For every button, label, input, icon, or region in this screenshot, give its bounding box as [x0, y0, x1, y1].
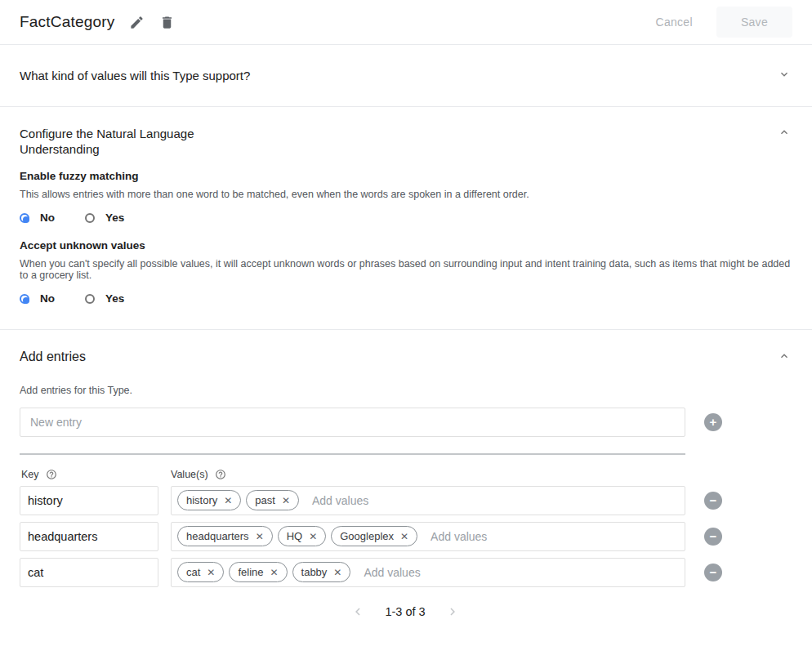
- page-title: FactCategory: [20, 13, 114, 31]
- minus-icon: −: [710, 492, 717, 509]
- entry-row: cat✕feline✕tabby✕ Add values −: [20, 558, 791, 587]
- chevron-down-icon[interactable]: [778, 68, 791, 84]
- page-range-label: 1-3 of 3: [385, 605, 425, 618]
- chip-list: headquarters✕HQ✕Googleplex✕: [177, 526, 422, 546]
- delete-icon[interactable]: [159, 15, 175, 30]
- help-icon[interactable]: [215, 469, 226, 480]
- chip-remove-icon[interactable]: ✕: [207, 568, 215, 577]
- chevron-up-icon[interactable]: [778, 126, 791, 142]
- value-chip[interactable]: past✕: [246, 490, 299, 510]
- edit-icon[interactable]: [129, 15, 145, 30]
- fuzzy-radio-yes[interactable]: Yes: [85, 212, 124, 224]
- fuzzy-matching-label: Enable fuzzy matching: [20, 170, 791, 182]
- entry-key-input[interactable]: [20, 558, 158, 587]
- chip-label: cat: [186, 566, 200, 578]
- header: FactCategory Cancel Save: [0, 0, 812, 45]
- new-entry-input[interactable]: [20, 408, 685, 437]
- next-page-button[interactable]: [442, 604, 463, 619]
- section-add-entries: Add entries Add entries for this Type. +…: [0, 330, 812, 623]
- save-button[interactable]: Save: [716, 7, 792, 38]
- entry-row: headquarters✕HQ✕Googleplex✕ Add values −: [20, 522, 791, 551]
- add-values-placeholder[interactable]: Add values: [312, 494, 368, 507]
- entry-rows: history✕past✕ Add values − headquarters✕…: [20, 486, 791, 587]
- entry-row: history✕past✕ Add values −: [20, 486, 791, 515]
- value-chip[interactable]: feline✕: [229, 562, 287, 582]
- entry-values-box[interactable]: history✕past✕ Add values: [171, 486, 685, 515]
- value-chip[interactable]: headquarters✕: [177, 526, 273, 546]
- unknown-values-label: Accept unknown values: [20, 239, 791, 252]
- cancel-button[interactable]: Cancel: [645, 9, 702, 35]
- minus-icon: −: [710, 528, 717, 545]
- fuzzy-radio-yes-label: Yes: [105, 212, 124, 224]
- chip-remove-icon[interactable]: ✕: [256, 532, 264, 541]
- chip-label: history: [186, 494, 217, 506]
- value-chip[interactable]: Googleplex✕: [331, 526, 417, 546]
- chip-remove-icon[interactable]: ✕: [333, 568, 341, 577]
- add-entries-title: Add entries: [20, 350, 86, 364]
- section-nlu: Configure the Natural Language Understan…: [0, 107, 812, 330]
- fuzzy-matching-description: This allows entries with more than one w…: [20, 189, 791, 201]
- chip-remove-icon[interactable]: ✕: [309, 532, 317, 541]
- radio-unselected-icon: [85, 294, 95, 304]
- section-nlu-title: Configure the Natural Language Understan…: [20, 126, 216, 157]
- chip-label: feline: [238, 566, 263, 578]
- section-values-support[interactable]: What kind of values will this Type suppo…: [0, 45, 812, 107]
- previous-page-button[interactable]: [347, 604, 368, 619]
- chip-remove-icon[interactable]: ✕: [400, 532, 408, 541]
- chip-list: cat✕feline✕tabby✕: [177, 562, 355, 582]
- remove-entry-button[interactable]: −: [704, 528, 722, 546]
- fuzzy-radio-no[interactable]: No: [20, 212, 55, 224]
- chip-label: HQ: [287, 530, 303, 542]
- unknown-radio-yes[interactable]: Yes: [85, 292, 124, 305]
- fuzzy-matching-radio-group: No Yes: [20, 210, 791, 226]
- chip-label: Googleplex: [340, 530, 394, 542]
- chevron-right-icon: [445, 604, 460, 619]
- fuzzy-radio-no-label: No: [40, 212, 55, 224]
- entry-values-box[interactable]: headquarters✕HQ✕Googleplex✕ Add values: [171, 522, 685, 551]
- plus-icon: +: [710, 414, 717, 430]
- chip-label: tabby: [301, 566, 328, 578]
- remove-entry-button[interactable]: −: [704, 564, 722, 581]
- add-entry-button[interactable]: +: [704, 413, 722, 431]
- radio-selected-icon: [20, 294, 29, 304]
- unknown-values-radio-group: No Yes: [20, 291, 791, 307]
- pagination: 1-3 of 3: [20, 600, 791, 623]
- chip-remove-icon[interactable]: ✕: [282, 496, 290, 506]
- entry-key-input[interactable]: [20, 486, 158, 515]
- help-icon[interactable]: [46, 469, 57, 480]
- key-column-label: Key: [21, 469, 39, 480]
- value-chip[interactable]: HQ✕: [278, 526, 327, 546]
- radio-unselected-icon: [85, 213, 95, 223]
- chip-remove-icon[interactable]: ✕: [224, 496, 232, 506]
- value-chip[interactable]: cat✕: [177, 562, 224, 582]
- chip-label: past: [255, 494, 275, 506]
- entries-divider: [20, 453, 685, 455]
- entry-values-box[interactable]: cat✕feline✕tabby✕ Add values: [171, 558, 685, 587]
- chevron-up-icon[interactable]: [778, 350, 791, 366]
- chip-list: history✕past✕: [177, 490, 304, 510]
- value-chip[interactable]: tabby✕: [292, 562, 351, 582]
- chip-label: headquarters: [186, 530, 249, 542]
- unknown-radio-yes-label: Yes: [105, 292, 124, 305]
- unknown-radio-no-label: No: [40, 292, 55, 305]
- values-column-label: Value(s): [171, 469, 208, 480]
- section-values-support-title: What kind of values will this Type suppo…: [20, 69, 250, 82]
- add-values-placeholder[interactable]: Add values: [364, 566, 420, 579]
- radio-selected-icon: [20, 213, 29, 223]
- value-chip[interactable]: history✕: [177, 490, 241, 510]
- entry-key-input[interactable]: [20, 522, 158, 551]
- unknown-values-description: When you can't specify all possible valu…: [20, 258, 791, 282]
- add-values-placeholder[interactable]: Add values: [431, 530, 487, 543]
- chevron-left-icon: [350, 604, 365, 619]
- minus-icon: −: [710, 564, 717, 581]
- chip-remove-icon[interactable]: ✕: [270, 568, 278, 577]
- add-entries-description: Add entries for this Type.: [20, 385, 791, 396]
- unknown-radio-no[interactable]: No: [20, 292, 55, 305]
- remove-entry-button[interactable]: −: [704, 492, 722, 510]
